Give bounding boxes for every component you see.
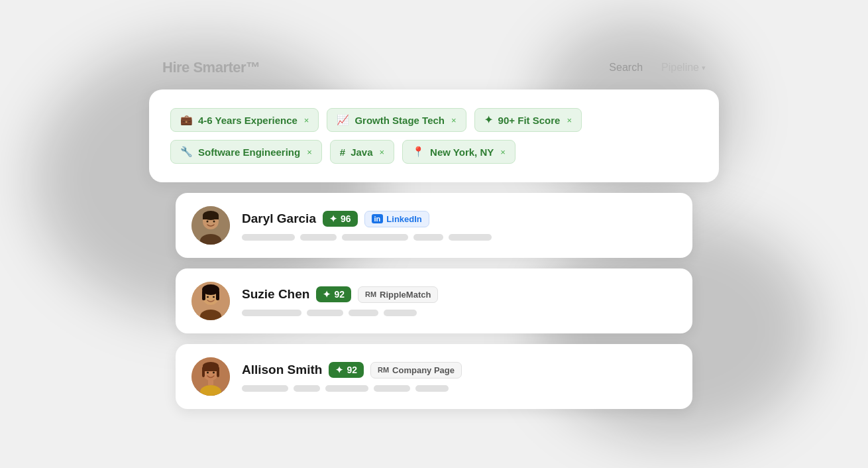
filter-chip-role-close[interactable]: ×	[307, 147, 312, 157]
detail-pill	[242, 234, 295, 241]
candidate-name: Suzie Chen	[242, 287, 309, 302]
svg-point-23	[207, 372, 209, 374]
source-label: Company Page	[392, 365, 455, 375]
filter-chip-stage-label: Growth Stage Tech	[354, 115, 445, 126]
detail-pill	[413, 234, 443, 241]
fit-score-value: 92	[347, 365, 357, 375]
candidate-name-row: Allison Smith ✦ 92 RM Company Page	[242, 362, 677, 379]
svg-point-5	[207, 221, 209, 223]
filters-row-1: 💼 4-6 Years Experience × 📈 Growth Stage …	[170, 108, 698, 132]
svg-rect-17	[208, 380, 213, 385]
detail-pill	[415, 385, 449, 392]
fit-score-badge: ✦ 92	[316, 286, 351, 302]
fit-score-badge: ✦ 92	[329, 362, 364, 378]
linkedin-icon: in	[372, 214, 384, 223]
source-label: LinkedIn	[386, 214, 421, 224]
detail-pill	[294, 385, 320, 392]
filter-chip-location-label: New York, NY	[430, 146, 494, 158]
nav-link-search[interactable]: Search	[609, 62, 643, 74]
svg-point-24	[213, 372, 215, 374]
nav-link-pipeline[interactable]: Pipeline ▾	[661, 62, 706, 74]
detail-pill	[384, 310, 417, 316]
main-container: Hire Smarter™ Search Pipeline ▾ 💼 4-6 Ye…	[149, 59, 719, 409]
filters-card: 💼 4-6 Years Experience × 📈 Growth Stage …	[149, 89, 719, 182]
svg-rect-21	[202, 367, 205, 377]
briefcase-icon: 💼	[180, 114, 193, 126]
svg-rect-22	[217, 367, 219, 377]
candidate-name: Allison Smith	[242, 363, 322, 377]
filter-chip-role-label: Software Engineering	[198, 146, 300, 158]
location-icon: 📍	[412, 146, 425, 158]
source-badge[interactable]: in LinkedIn	[364, 211, 429, 227]
filter-chip-stage-close[interactable]: ×	[451, 115, 457, 125]
filter-chip-role[interactable]: 🔧 Software Engineering ×	[170, 140, 322, 164]
candidate-name-row: Daryl Garcia ✦ 96 in LinkedIn	[242, 211, 677, 227]
fit-score-icon: ✦	[329, 213, 337, 224]
candidate-details-row	[242, 234, 677, 241]
filter-chip-experience-label: 4-6 Years Experience	[198, 115, 298, 126]
ripplematch-icon: RM	[365, 290, 376, 298]
candidate-info-allison-smith: Allison Smith ✦ 92 RM Company Page	[242, 362, 677, 392]
hash-icon: #	[340, 146, 345, 158]
candidate-info-daryl-garcia: Daryl Garcia ✦ 96 in LinkedIn	[242, 211, 677, 241]
detail-pill	[307, 310, 343, 316]
detail-pill	[374, 385, 410, 392]
candidates-area: Daryl Garcia ✦ 96 in LinkedIn	[149, 193, 719, 409]
filter-chip-fit-score[interactable]: ✦ 90+ Fit Score ×	[474, 108, 582, 132]
filter-chip-location-close[interactable]: ×	[500, 147, 506, 157]
candidate-card-daryl-garcia[interactable]: Daryl Garcia ✦ 96 in LinkedIn	[176, 193, 692, 258]
filter-chip-stage[interactable]: 📈 Growth Stage Tech ×	[327, 108, 466, 132]
candidate-card-suzie-chen[interactable]: Suzie Chen ✦ 92 RM RippleMatch	[176, 268, 692, 333]
star-icon: ✦	[484, 114, 493, 126]
fit-score-icon: ✦	[335, 365, 343, 375]
nav-brand: Hire Smarter™	[162, 59, 260, 76]
candidate-name-row: Suzie Chen ✦ 92 RM RippleMatch	[242, 286, 677, 303]
svg-point-13	[207, 296, 209, 298]
fit-score-badge: ✦ 96	[323, 211, 358, 227]
wrench-icon: 🔧	[180, 146, 193, 158]
candidate-details-row	[242, 385, 677, 392]
filter-chip-location[interactable]: 📍 New York, NY ×	[402, 140, 515, 164]
fit-score-icon: ✦	[323, 289, 331, 300]
filters-row-2: 🔧 Software Engineering × # Java × 📍 New …	[170, 140, 698, 164]
svg-rect-4	[203, 215, 219, 219]
svg-point-6	[213, 221, 215, 223]
filter-chip-skill-close[interactable]: ×	[380, 147, 385, 157]
candidate-details-row	[242, 310, 677, 316]
nav-links: Search Pipeline ▾	[609, 62, 706, 74]
filter-chip-skill-label: Java	[351, 146, 372, 158]
fit-score-value: 92	[334, 289, 345, 300]
source-label: RippleMatch	[380, 290, 431, 300]
svg-rect-12	[216, 290, 219, 300]
detail-pill	[349, 310, 378, 316]
filter-chip-fit-score-label: 90+ Fit Score	[498, 115, 561, 126]
ripplematch-icon: RM	[378, 366, 389, 374]
chart-icon: 📈	[337, 114, 349, 126]
top-nav: Hire Smarter™ Search Pipeline ▾	[149, 59, 719, 89]
candidate-info-suzie-chen: Suzie Chen ✦ 92 RM RippleMatch	[242, 286, 677, 316]
detail-pill	[242, 385, 288, 392]
filter-chip-fit-score-close[interactable]: ×	[567, 115, 572, 125]
detail-pill	[325, 385, 368, 392]
filter-chip-skill[interactable]: # Java ×	[330, 140, 394, 164]
candidate-name: Daryl Garcia	[242, 211, 316, 226]
detail-pill	[449, 234, 492, 241]
svg-point-14	[213, 296, 215, 298]
source-badge[interactable]: RM RippleMatch	[358, 286, 438, 303]
filter-chip-experience-close[interactable]: ×	[304, 115, 309, 125]
fit-score-value: 96	[341, 213, 351, 224]
avatar-daryl-garcia	[191, 206, 230, 245]
svg-rect-11	[202, 290, 205, 300]
candidate-card-allison-smith[interactable]: Allison Smith ✦ 92 RM Company Page	[176, 344, 692, 409]
detail-pill	[242, 310, 301, 316]
svg-rect-20	[203, 366, 219, 371]
source-badge[interactable]: RM Company Page	[370, 362, 462, 379]
avatar-allison-smith	[191, 357, 230, 396]
detail-pill	[300, 234, 337, 241]
chevron-down-icon: ▾	[702, 64, 706, 72]
detail-pill	[342, 234, 408, 241]
avatar-suzie-chen	[191, 282, 230, 320]
filter-chip-experience[interactable]: 💼 4-6 Years Experience ×	[170, 108, 319, 132]
